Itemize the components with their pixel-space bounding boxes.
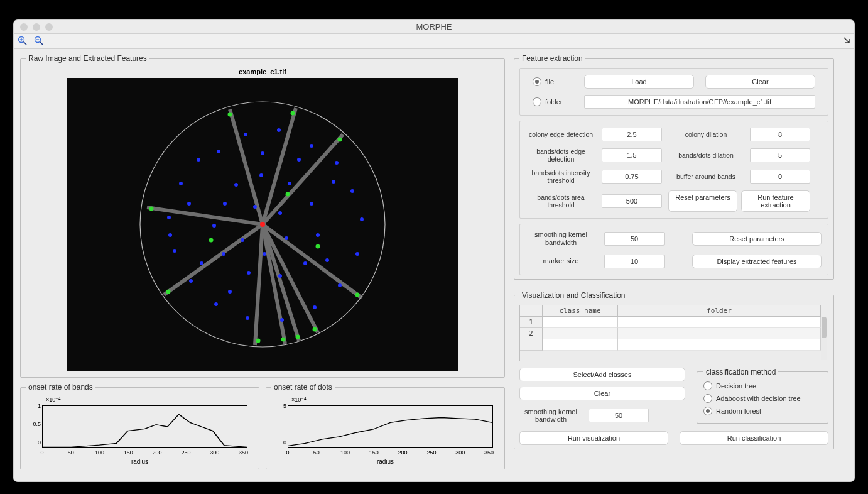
svg-point-69: [149, 207, 154, 211]
svg-point-40: [316, 233, 320, 237]
bd-area-label: bands/dots area threshold: [526, 194, 595, 209]
svg-point-66: [313, 327, 317, 332]
cm-title: classification method: [703, 368, 778, 376]
bd-edge-input[interactable]: 1.5: [602, 148, 662, 162]
folder-radio-label: folder: [545, 98, 563, 106]
svg-point-43: [247, 271, 251, 275]
table-cell[interactable]: [618, 317, 821, 328]
reset-display-button[interactable]: Reset parameters: [692, 232, 822, 246]
colony-dilation-input[interactable]: 8: [750, 128, 810, 141]
table-cell[interactable]: [618, 339, 821, 351]
window-title: MORPHE: [14, 22, 854, 31]
image-title: example_c1.tif: [26, 68, 499, 75]
table-cell[interactable]: [543, 328, 618, 339]
buffer-input[interactable]: 0: [750, 170, 810, 184]
bd-dilation-input[interactable]: 5: [750, 148, 810, 162]
viz-skb-label: smoothing kernel bandwidth: [519, 408, 582, 424]
reset-params-button[interactable]: Reset parameters: [668, 190, 737, 212]
viz-skb-input[interactable]: 50: [589, 409, 649, 422]
svg-point-64: [281, 338, 286, 342]
svg-point-19: [244, 133, 247, 136]
svg-point-46: [223, 202, 227, 206]
svg-point-38: [288, 182, 291, 185]
file-radio[interactable]: [533, 77, 541, 86]
display-box: smoothing kernel bandwidth 50 Reset para…: [519, 224, 828, 275]
svg-point-63: [256, 339, 261, 343]
table-cell[interactable]: [543, 339, 618, 351]
select-add-classes-button[interactable]: Select/Add classes: [519, 368, 685, 381]
svg-point-31: [189, 279, 193, 283]
panel-feature-extraction: Feature extraction file Load Clear: [514, 54, 834, 280]
random-forest-radio[interactable]: [703, 407, 712, 415]
svg-point-68: [166, 290, 171, 294]
load-button[interactable]: Load: [584, 75, 694, 89]
dots-xlabel: radius: [271, 458, 499, 465]
decision-tree-radio[interactable]: [703, 381, 712, 390]
bands-chart: [42, 405, 247, 448]
colony-edge-input[interactable]: 2.5: [602, 128, 662, 141]
svg-point-71: [286, 192, 290, 197]
svg-line-5: [40, 41, 43, 45]
table-scrollbar[interactable]: [821, 317, 827, 360]
svg-point-49: [285, 236, 288, 240]
skb-input[interactable]: 50: [604, 232, 665, 246]
bands-xlabel: radius: [26, 458, 254, 465]
adaboost-radio[interactable]: [703, 394, 712, 403]
svg-point-34: [179, 182, 183, 185]
svg-line-16: [164, 224, 263, 295]
run-feature-extraction-button[interactable]: Run feature extraction: [741, 190, 810, 212]
svg-point-24: [360, 217, 364, 221]
titlebar: MORPHE: [14, 20, 854, 34]
run-classification-button[interactable]: Run classification: [680, 431, 828, 445]
display-features-button[interactable]: Display extracted features: [692, 255, 822, 268]
panel-viz-title: Visualization and Classification: [519, 291, 628, 300]
svg-point-55: [332, 180, 335, 184]
bd-area-input[interactable]: 500: [602, 194, 662, 208]
raw-image-view: [67, 78, 458, 371]
bd-intensity-label: bands/dots intensity threshold: [526, 169, 595, 184]
svg-point-47: [253, 205, 257, 209]
svg-point-20: [277, 128, 281, 132]
marker-label: marker size: [526, 257, 595, 265]
marker-input[interactable]: 10: [604, 255, 665, 268]
svg-point-18: [217, 150, 220, 153]
bands-exp: ×10⁻⁴: [46, 397, 61, 403]
svg-point-48: [278, 211, 282, 215]
run-visualization-button[interactable]: Run visualization: [519, 431, 668, 445]
svg-point-22: [335, 161, 339, 165]
dots-plot-title: onset rate of dots: [271, 383, 335, 392]
svg-point-58: [297, 158, 301, 162]
svg-point-57: [228, 290, 232, 294]
bd-intensity-input[interactable]: 0.75: [602, 170, 662, 184]
path-input[interactable]: MORPHE/data/illustration/GFP//example_c1…: [584, 95, 815, 109]
table-cell[interactable]: [543, 317, 618, 328]
dock-icon[interactable]: [843, 36, 850, 45]
svg-line-1: [24, 41, 27, 45]
folder-radio[interactable]: [533, 97, 541, 106]
class-table[interactable]: class name folder 1 2: [519, 305, 828, 361]
svg-point-30: [214, 302, 218, 306]
panel-dots-plot: onset rate of dots ×10⁻⁴ 5 0: [266, 383, 505, 469]
svg-point-67: [355, 293, 360, 297]
svg-point-62: [338, 138, 342, 142]
panel-raw-image: Raw Image and Extracted Features example…: [20, 54, 505, 378]
svg-point-51: [241, 238, 244, 242]
svg-point-56: [261, 151, 264, 155]
svg-point-59: [168, 233, 172, 237]
classification-method-box: classification method Decision tree Adab…: [697, 368, 828, 424]
clear-button[interactable]: Clear: [705, 75, 815, 89]
svg-point-32: [173, 249, 176, 253]
svg-point-73: [260, 222, 265, 227]
params-box: colony edge detection 2.5 colony dilatio…: [519, 121, 828, 219]
svg-point-26: [338, 283, 342, 287]
clear-classes-button[interactable]: Clear: [519, 387, 685, 400]
svg-point-39: [310, 202, 313, 206]
bd-edge-label: bands/dots edge detection: [526, 148, 595, 163]
svg-point-53: [200, 261, 203, 265]
zoom-in-icon[interactable]: [18, 36, 28, 47]
panel-bands-plot: onset rate of bands ×10⁻⁴ 1 0.5 0: [20, 383, 259, 469]
svg-point-54: [325, 258, 329, 262]
svg-point-25: [355, 252, 359, 256]
table-cell[interactable]: [618, 328, 821, 339]
zoom-out-icon[interactable]: [34, 36, 44, 47]
